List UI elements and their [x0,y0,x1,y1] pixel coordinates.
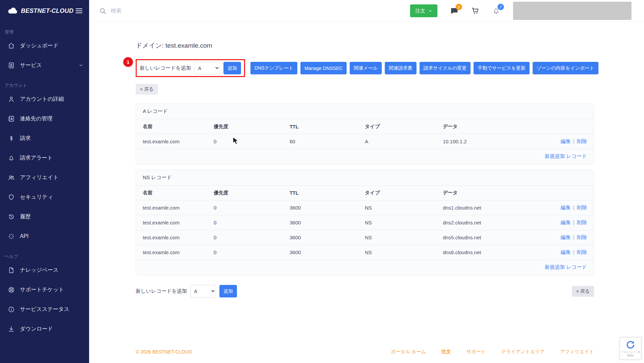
table-cell: test.examle.com [136,245,214,260]
table-row: test.examle.com03600NSdns5.cloudns.net編集… [136,230,594,245]
edit-link[interactable]: 編集 [561,249,571,255]
chat-button[interactable]: 0 [450,7,458,15]
sidebar-item-label: 請求 [20,135,31,142]
separator: | [573,138,574,144]
chevron-down-icon [78,63,84,68]
action-button-7[interactable]: ゾーンの内容をインポート [533,62,598,74]
cart-button[interactable] [471,7,479,15]
sidebar-item-support-tickets[interactable]: サポートチケット [0,280,89,299]
delete-link[interactable]: 削除 [577,234,587,240]
user-icon [7,95,15,103]
user-menu-placeholder[interactable] [513,2,632,20]
table-cell: NS [365,230,443,245]
action-button-5[interactable]: 請求サイクルの変更 [420,62,471,74]
add-record-button[interactable]: 追加 [223,62,241,74]
search-icon [99,7,106,15]
footer-link-3[interactable]: サポート [466,349,486,355]
table-cell: A [365,134,443,149]
sidebar-item-downloads[interactable]: ダウンロード [0,319,89,339]
table-cell: 0 [214,200,290,215]
notification-badge: 7 [498,4,504,10]
record-type-select[interactable]: A [194,62,220,74]
sidebar-item-api[interactable]: API [0,226,89,246]
sidebar-item-label: セキュリティ [20,194,53,201]
card-footer: 新規追加 レコード [136,260,594,275]
order-button[interactable]: 注文 [410,4,437,17]
delete-link[interactable]: 削除 [577,138,587,144]
table-row: test.examle.com03600NSdns6.cloudns.net編集… [136,245,594,260]
info-icon [7,306,15,313]
table-cell: dns6.cloudns.net [443,245,528,260]
table-row: test.examle.com03600NSdns2.cloudns.net編集… [136,215,594,230]
delete-link[interactable]: 削除 [577,249,587,255]
action-button-6[interactable]: 手動でサービスを更新 [474,62,530,74]
brand-logo[interactable]: BESTNET-CLOUD [7,7,74,15]
column-header: データ [443,119,528,134]
sidebar-item-dashboard[interactable]: ダッシュボード [0,36,89,55]
records-table: 名前優先度TTLタイプデータ test.examle.com03600NSdns… [136,185,594,260]
search-input[interactable] [111,8,252,14]
footer-link-2[interactable]: 注文 [441,349,451,355]
add-record-button-bottom[interactable]: 追加 [219,285,237,297]
sidebar-item-account-details[interactable]: アカウントの詳細 [0,89,89,109]
table-row: test.examle.com03600NSdns1.cloudns.net編集… [136,200,594,215]
edit-link[interactable]: 編集 [561,138,571,144]
back-button[interactable]: « 戻る [136,84,158,95]
add-record-link[interactable]: 新規追加 レコード [545,153,587,159]
card-title: NS レコード [136,170,594,185]
sidebar-item-billing-alerts[interactable]: 請求アラート [0,148,89,168]
notifications-button[interactable]: 7 [492,7,500,15]
topbar-actions: 注文 0 7 [410,2,632,20]
sidebar-item-history[interactable]: 履歴 [0,207,89,226]
back-button-bottom[interactable]: « 戻る [572,286,594,297]
add-record-link[interactable]: 新規追加 レコード [545,264,587,270]
home-icon [7,42,15,49]
sidebar-header: BESTNET-CLOUD [0,0,89,22]
table-cell: test.examle.com [136,230,214,245]
edit-link[interactable]: 編集 [561,234,571,240]
sidebar-item-billing[interactable]: 請求 [0,128,89,148]
nav-section-label: ヘルプ [0,253,89,260]
edit-link[interactable]: 編集 [561,204,571,210]
copyright: © 2026 BESTNET-CLOUD [136,349,192,355]
column-header: 名前 [136,186,214,200]
recaptcha-badge[interactable]: プライバシー - 利用規約 [620,337,641,360]
dollar-icon [7,135,15,142]
bell-icon [7,154,15,162]
action-button-2[interactable]: Manage DNSSEC [300,62,347,74]
column-header: タイプ [365,119,443,134]
footer-link-4[interactable]: クライアントエリア [501,349,545,355]
table-cell: 0 [214,245,290,260]
action-button-4[interactable]: 関連請求書 [385,62,417,74]
record-type-select-bottom[interactable]: A [190,285,216,297]
main-content: ドメイン: test.examle.com 1 新しいレコードを追加 A 追加 … [89,22,644,363]
action-button-1[interactable]: DNSテンプレート [250,62,297,74]
sidebar-item-knowledge-base[interactable]: ナレッジベース [0,260,89,280]
sidebar-item-security[interactable]: セキュリティ [0,187,89,207]
sidebar-item-label: ナレッジベース [20,267,58,274]
separator: | [573,204,574,210]
sidebar-item-affiliate[interactable]: アフィリエイト [0,168,89,187]
delete-link[interactable]: 削除 [577,219,587,225]
sidebar-item-services[interactable]: サービス [0,55,89,75]
edit-link[interactable]: 編集 [561,219,571,225]
sidebar-item-service-status[interactable]: サービスステータス [0,299,89,319]
footer-links: ポータル ホーム注文サポートクライアントエリアアフィリエイト [391,349,594,355]
separator: | [573,249,574,255]
table-cell: test.examle.com [136,200,214,215]
sidebar-item-label: サービス [20,62,42,69]
action-button-3[interactable]: 関連メール [350,62,382,74]
sidebar-item-label: アフィリエイト [20,174,59,181]
add-record-label-bottom: 新しいレコードを追加 [136,288,187,294]
column-header-actions [528,119,594,134]
footer-link-5[interactable]: アフィリエイト [560,349,594,355]
row-actions: 編集|削除 [528,230,594,245]
services-icon [7,62,15,69]
records-table: 名前優先度TTLタイプデータ test.examle.com060A10.100… [136,119,594,149]
table-cell: dns2.cloudns.net [443,215,528,230]
footer-link-1[interactable]: ポータル ホーム [391,349,426,355]
sidebar-item-contacts[interactable]: 連絡先の管理 [0,109,89,128]
menu-toggle-icon[interactable] [76,8,82,14]
delete-link[interactable]: 削除 [577,204,587,210]
table-row: test.examle.com060A10.100.1.2編集|削除 [136,134,594,149]
